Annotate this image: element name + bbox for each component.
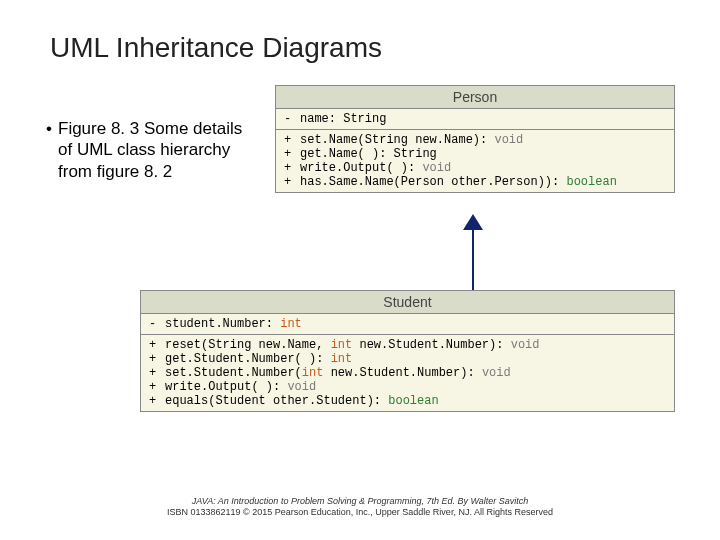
uml-return-type: void — [494, 133, 523, 147]
footer-line1: JAVA: An Introduction to Problem Solving… — [0, 496, 720, 507]
uml-method-line: + write.Output( ): void — [284, 161, 666, 175]
uml-method-line: + equals(Student other.Student): boolean — [149, 394, 666, 408]
uml-class-name: Student — [141, 291, 674, 314]
uml-return-type: void — [422, 161, 451, 175]
uml-method-sig: get.Student.Number( ): — [165, 352, 331, 366]
uml-visibility: + — [284, 147, 300, 161]
uml-visibility: + — [149, 352, 165, 366]
uml-method-sig: set.Name(String new.Name): — [300, 133, 494, 147]
uml-attr-line: - name: String — [284, 112, 666, 126]
uml-attr-type: int — [280, 317, 302, 331]
uml-method-sig: write.Output( ): — [300, 161, 422, 175]
slide: UML Inheritance Diagrams • Figure 8. 3 S… — [0, 0, 720, 540]
bullet-icon: • — [46, 118, 52, 139]
uml-method-line: + get.Name( ): String — [284, 147, 666, 161]
footer: JAVA: An Introduction to Problem Solving… — [0, 496, 720, 518]
uml-visibility: - — [149, 317, 165, 331]
uml-method-sig: equals(Student other.Student): — [165, 394, 388, 408]
uml-attr-line: - student.Number: int — [149, 317, 666, 331]
uml-return-type: void — [287, 380, 316, 394]
uml-visibility: + — [149, 366, 165, 380]
uml-visibility: + — [284, 161, 300, 175]
uml-method-sig: has.Same.Name(Person other.Person)): — [300, 175, 566, 189]
uml-methods: + reset(String new.Name, int new.Student… — [141, 335, 674, 411]
uml-method-line: + write.Output( ): void — [149, 380, 666, 394]
uml-method-sig2: new.Student.Number): — [323, 366, 481, 380]
figure-caption: • Figure 8. 3 Some details of UML class … — [58, 118, 248, 182]
uml-visibility: - — [284, 112, 300, 126]
uml-attr-sig: name: String — [300, 112, 386, 126]
uml-visibility: + — [149, 338, 165, 352]
figure-caption-text: Figure 8. 3 Some details of UML class hi… — [58, 119, 242, 181]
uml-return-type: boolean — [566, 175, 616, 189]
uml-methods: + set.Name(String new.Name): void + get.… — [276, 130, 674, 192]
uml-return-type: boolean — [388, 394, 438, 408]
uml-visibility: + — [284, 133, 300, 147]
uml-method-line: + set.Name(String new.Name): void — [284, 133, 666, 147]
uml-method-line: + has.Same.Name(Person other.Person)): b… — [284, 175, 666, 189]
uml-method-sig: get.Name( ): String — [300, 147, 437, 161]
uml-method-sig2: new.Student.Number): — [352, 338, 510, 352]
uml-method-sig: write.Output( ): — [165, 380, 287, 394]
page-title: UML Inheritance Diagrams — [50, 32, 382, 64]
uml-return-type: void — [511, 338, 540, 352]
uml-attributes: - student.Number: int — [141, 314, 674, 335]
uml-method-line: + reset(String new.Name, int new.Student… — [149, 338, 666, 352]
uml-method-line: + set.Student.Number( int new.Student.Nu… — [149, 366, 666, 380]
uml-class-person: Person - name: String + set.Name(String … — [275, 85, 675, 193]
uml-method-line: + get.Student.Number( ): int — [149, 352, 666, 366]
uml-return-type: int — [331, 352, 353, 366]
uml-attributes: - name: String — [276, 109, 674, 130]
uml-param-type: int — [302, 366, 324, 380]
uml-class-name: Person — [276, 86, 674, 109]
uml-param-type: int — [331, 338, 353, 352]
uml-visibility: + — [149, 380, 165, 394]
uml-method-sig: set.Student.Number( — [165, 366, 302, 380]
inheritance-line — [472, 228, 474, 290]
uml-attr-sig: student.Number: — [165, 317, 280, 331]
uml-class-student: Student - student.Number: int + reset(St… — [140, 290, 675, 412]
uml-method-sig: reset(String new.Name, — [165, 338, 331, 352]
uml-return-type: void — [482, 366, 511, 380]
uml-visibility: + — [284, 175, 300, 189]
footer-line2: ISBN 0133862119 © 2015 Pearson Education… — [0, 507, 720, 518]
uml-visibility: + — [149, 394, 165, 408]
